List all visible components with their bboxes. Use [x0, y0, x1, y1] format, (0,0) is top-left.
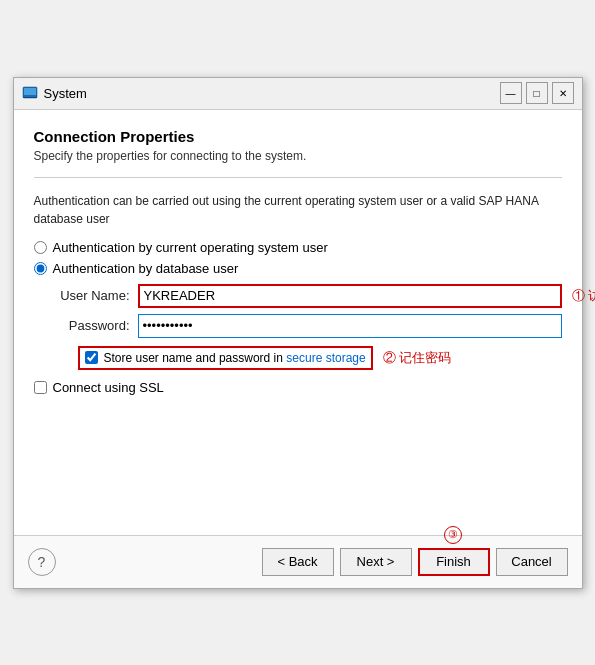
svg-rect-2: [23, 97, 37, 98]
ssl-checkbox[interactable]: [34, 381, 47, 394]
divider: [34, 177, 562, 178]
ssl-row: Connect using SSL: [34, 380, 562, 395]
username-row: User Name: ① 访问账号和密码: [56, 284, 562, 308]
auth-radio-group: Authentication by current operating syst…: [34, 240, 562, 276]
db-user-form: User Name: ① 访问账号和密码 Password: Store use…: [56, 284, 562, 370]
annotation-remember: ② 记住密码: [383, 349, 452, 367]
radio-os-input[interactable]: [34, 241, 47, 254]
dialog-window: System — □ ✕ Connection Properties Speci…: [13, 77, 583, 589]
password-input-wrapper: [138, 314, 562, 338]
radio-db-user[interactable]: Authentication by database user: [34, 261, 562, 276]
secure-storage-link[interactable]: secure storage: [286, 351, 365, 365]
window-controls: — □ ✕: [500, 82, 574, 104]
back-button[interactable]: < Back: [262, 548, 334, 576]
password-row: Password:: [56, 314, 562, 338]
radio-os-user[interactable]: Authentication by current operating syst…: [34, 240, 562, 255]
circle-3: ③: [444, 526, 462, 544]
store-checkbox-wrapper: Store user name and password in secure s…: [78, 346, 373, 370]
svg-rect-1: [24, 88, 36, 95]
minimize-button[interactable]: —: [500, 82, 522, 104]
section-subtitle: Specify the properties for connecting to…: [34, 149, 562, 163]
maximize-button[interactable]: □: [526, 82, 548, 104]
password-label: Password:: [56, 318, 138, 333]
username-input-wrapper: ① 访问账号和密码: [138, 284, 562, 308]
window-icon: [22, 85, 38, 101]
auth-note: Authentication can be carried out using …: [34, 192, 562, 228]
footer-buttons: < Back Next > ③ Finish Cancel: [262, 548, 568, 576]
radio-os-label: Authentication by current operating syst…: [53, 240, 328, 255]
username-input[interactable]: [138, 284, 562, 308]
annotation-credentials: ① 访问账号和密码: [572, 287, 596, 305]
help-button[interactable]: ?: [28, 548, 56, 576]
username-label: User Name:: [56, 288, 138, 303]
store-checkbox[interactable]: [85, 351, 98, 364]
finish-button[interactable]: Finish: [418, 548, 490, 576]
close-button[interactable]: ✕: [552, 82, 574, 104]
next-button[interactable]: Next >: [340, 548, 412, 576]
radio-db-input[interactable]: [34, 262, 47, 275]
store-credentials-row: Store user name and password in secure s…: [78, 346, 562, 370]
section-title: Connection Properties: [34, 128, 562, 145]
window-title: System: [44, 86, 500, 101]
spacer: [34, 395, 562, 535]
finish-wrapper: ③ Finish: [418, 548, 490, 576]
cancel-button[interactable]: Cancel: [496, 548, 568, 576]
radio-db-label: Authentication by database user: [53, 261, 239, 276]
store-label: Store user name and password in: [104, 351, 283, 365]
dialog-footer: ? < Back Next > ③ Finish Cancel: [14, 535, 582, 588]
ssl-label: Connect using SSL: [53, 380, 164, 395]
title-bar: System — □ ✕: [14, 78, 582, 110]
password-input[interactable]: [138, 314, 562, 338]
annotation-finish: ③: [444, 526, 464, 544]
dialog-content: Connection Properties Specify the proper…: [14, 110, 582, 535]
